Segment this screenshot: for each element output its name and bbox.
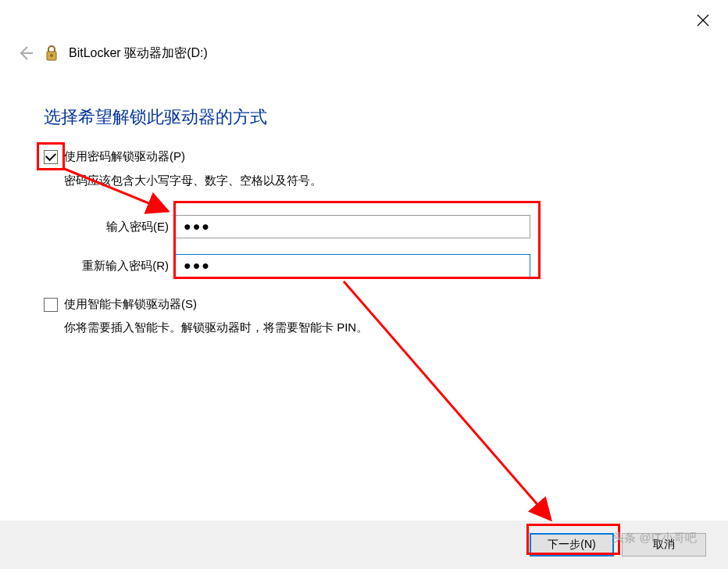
smartcard-option-row[interactable]: 使用智能卡解锁驱动器(S) [44, 297, 197, 312]
svg-point-4 [50, 54, 53, 57]
enter-password-label: 输入密码(E) [64, 220, 175, 234]
password-option-label: 使用密码解锁驱动器(P) [64, 149, 185, 164]
password-option-description: 密码应该包含大小写字母、数字、空格以及符号。 [64, 174, 322, 188]
close-icon [697, 14, 709, 27]
svg-line-6 [344, 281, 551, 520]
cancel-button[interactable]: 取消 [622, 533, 706, 556]
annotation-arrow-2 [336, 274, 570, 531]
bitlocker-icon [44, 44, 59, 63]
header: BitLocker 驱动器加密(D:) [16, 44, 208, 63]
back-button[interactable] [16, 44, 34, 63]
password-option-row[interactable]: 使用密码解锁驱动器(P) [44, 149, 185, 164]
smartcard-option-description: 你将需要插入智能卡。解锁驱动器时，将需要智能卡 PIN。 [64, 320, 368, 335]
close-button[interactable] [697, 14, 709, 27]
smartcard-option-label: 使用智能卡解锁驱动器(S) [64, 297, 197, 312]
enter-password-input[interactable] [175, 215, 530, 238]
smartcard-checkbox[interactable] [44, 298, 58, 312]
reenter-password-input[interactable] [175, 254, 530, 277]
footer-bar: 下一步(N) 取消 [0, 521, 728, 569]
window-title: BitLocker 驱动器加密(D:) [69, 45, 208, 62]
reenter-password-row: 重新输入密码(R) [64, 254, 530, 277]
password-checkbox[interactable] [44, 150, 58, 164]
reenter-password-label: 重新输入密码(R) [64, 259, 175, 274]
next-button[interactable]: 下一步(N) [530, 533, 614, 556]
enter-password-row: 输入密码(E) [64, 215, 530, 238]
page-heading: 选择希望解锁此驱动器的方式 [44, 106, 267, 129]
arrow-left-icon [16, 44, 34, 63]
